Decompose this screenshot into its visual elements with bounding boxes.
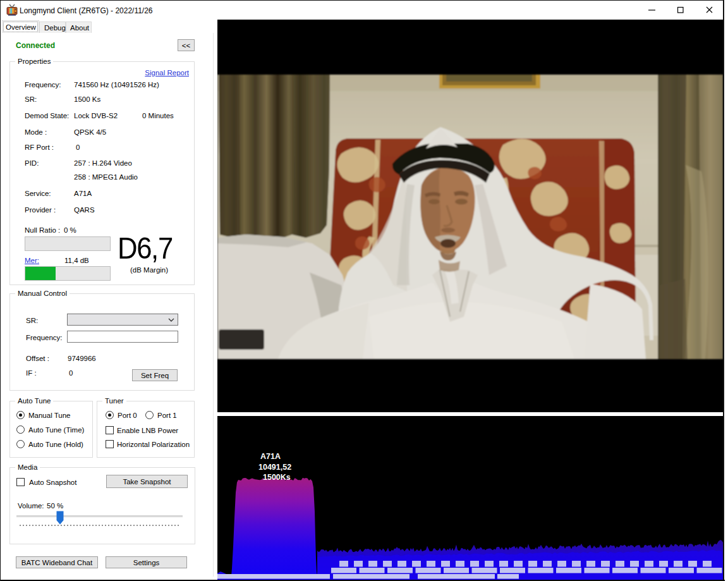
svg-text:1500Ks: 1500Ks: [263, 473, 291, 482]
svg-text:10491,52: 10491,52: [258, 463, 291, 472]
svg-text:A71A: A71A: [260, 452, 281, 461]
